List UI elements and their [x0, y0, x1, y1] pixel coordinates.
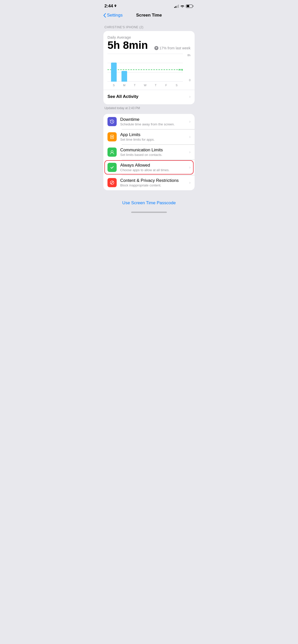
x-label-m: M — [119, 84, 129, 87]
content-area: CHRISTINE'S IPHONE (2) Daily Average 5h … — [99, 25, 199, 210]
back-chevron-icon — [103, 13, 106, 18]
bar-tuesday — [129, 54, 140, 82]
app-limits-subtitle: Set time limits for apps. — [120, 138, 189, 141]
usage-chart: avg 8h 0 — [107, 54, 191, 87]
wifi-icon — [180, 5, 184, 8]
device-section-label: CHRISTINE'S IPHONE (2) — [104, 25, 195, 29]
content-privacy-text: Content & Privacy Restrictions Block ina… — [120, 178, 189, 187]
back-button[interactable]: Settings — [103, 13, 123, 18]
communication-limits-icon — [107, 148, 117, 157]
update-timestamp: Updated today at 2:43 PM — [104, 106, 194, 110]
daily-avg-row: 5h 8min ▼ 17% from last week — [107, 40, 191, 51]
page-title: Screen Time — [136, 13, 162, 18]
chart-y-labels: 8h 0 — [183, 54, 191, 82]
see-all-chevron-icon: › — [189, 94, 191, 99]
activity-card: Daily Average 5h 8min ▼ 17% from last we… — [103, 31, 195, 104]
see-all-label: See All Activity — [107, 94, 139, 99]
bar-thursday — [151, 54, 161, 82]
always-allowed-subtitle: Choose apps to allow at all times. — [120, 168, 189, 172]
always-allowed-chevron-icon: › — [189, 165, 191, 170]
home-indicator — [99, 210, 199, 216]
x-label-s1: S — [109, 84, 119, 87]
content-privacy-icon — [107, 178, 117, 187]
time-display: 2:44 — [104, 4, 113, 9]
status-icons — [174, 5, 194, 8]
x-label-f: F — [161, 84, 171, 87]
always-allowed-icon — [107, 163, 117, 172]
change-percent: 17% from last week — [159, 46, 191, 50]
content-privacy-title: Content & Privacy Restrictions — [120, 178, 189, 183]
downtime-row[interactable]: Downtime Schedule time away from the scr… — [103, 114, 195, 129]
chart-bars — [107, 54, 183, 82]
card-divider — [103, 90, 195, 90]
status-bar: 2:44 — [99, 0, 199, 11]
content-privacy-subtitle: Block inappropriate content. — [120, 183, 189, 187]
content-privacy-chevron-icon: › — [189, 180, 191, 185]
content-privacy-row[interactable]: Content & Privacy Restrictions Block ina… — [103, 175, 195, 190]
communication-limits-text: Communication Limits Set limits based on… — [120, 148, 189, 157]
communication-limits-subtitle: Set limits based on contacts. — [120, 153, 189, 157]
communication-limits-title: Communication Limits — [120, 148, 189, 153]
always-allowed-row[interactable]: Always Allowed Choose apps to allow at a… — [103, 160, 195, 175]
x-label-s2: S — [171, 84, 182, 87]
signal-bars — [174, 5, 179, 8]
down-arrow-icon: ▼ — [154, 46, 158, 50]
y-label-bottom: 0 — [189, 79, 191, 82]
passcode-label[interactable]: Use Screen Time Passcode — [122, 200, 176, 205]
passcode-row[interactable]: Use Screen Time Passcode — [103, 196, 195, 210]
daily-avg-label: Daily Average — [107, 35, 191, 39]
downtime-text: Downtime Schedule time away from the scr… — [120, 117, 189, 126]
app-limits-title: App Limits — [120, 132, 189, 137]
chart-x-labels: S M T W T F S — [107, 84, 183, 87]
communication-limits-row[interactable]: Communication Limits Set limits based on… — [103, 144, 195, 160]
bar-sunday — [109, 54, 119, 82]
nav-bar: Settings Screen Time — [99, 11, 199, 21]
bar-wednesday — [140, 54, 150, 82]
bar-monday — [119, 54, 129, 82]
downtime-icon — [107, 117, 117, 126]
location-icon — [114, 5, 117, 8]
bar-friday — [161, 54, 171, 82]
battery-icon — [186, 5, 194, 8]
x-label-t1: T — [129, 84, 140, 87]
see-all-activity-row[interactable]: See All Activity › — [107, 93, 191, 100]
communication-limits-chevron-icon: › — [189, 150, 191, 154]
app-limits-text: App Limits Set time limits for apps. — [120, 132, 189, 141]
always-allowed-title: Always Allowed — [120, 163, 189, 168]
downtime-chevron-icon: › — [189, 119, 191, 124]
home-bar — [131, 212, 167, 213]
status-time: 2:44 — [104, 4, 117, 9]
bar-saturday — [171, 54, 182, 82]
svg-point-2 — [111, 151, 113, 153]
back-label: Settings — [107, 13, 123, 18]
app-limits-row[interactable]: App Limits Set time limits for apps. › — [103, 129, 195, 144]
downtime-title: Downtime — [120, 117, 189, 122]
app-limits-icon — [107, 132, 117, 141]
downtime-subtitle: Schedule time away from the screen. — [120, 122, 189, 126]
x-label-w: W — [140, 84, 150, 87]
daily-avg-time: 5h 8min — [107, 40, 148, 51]
y-label-top: 8h — [187, 54, 191, 57]
daily-avg-change: ▼ 17% from last week — [154, 46, 191, 50]
always-allowed-text: Always Allowed Choose apps to allow at a… — [120, 163, 189, 172]
x-label-t2: T — [151, 84, 161, 87]
settings-list: Downtime Schedule time away from the scr… — [103, 114, 195, 190]
app-limits-chevron-icon: › — [189, 135, 191, 139]
